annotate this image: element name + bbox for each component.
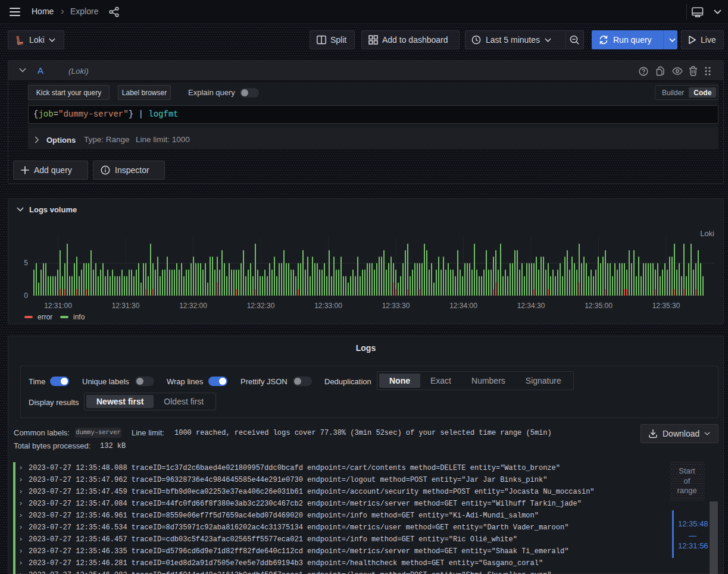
svg-text:0: 0 <box>24 291 28 300</box>
svg-text:12:32:00: 12:32:00 <box>179 302 207 310</box>
svg-text:12:35:00: 12:35:00 <box>585 302 613 310</box>
svg-text:12:35:30: 12:35:30 <box>652 302 680 310</box>
svg-text:12:31:00: 12:31:00 <box>44 302 72 310</box>
svg-text:12:33:00: 12:33:00 <box>314 302 342 310</box>
svg-text:12:33:30: 12:33:30 <box>382 302 410 310</box>
svg-text:12:34:30: 12:34:30 <box>517 302 545 310</box>
svg-text:12:34:00: 12:34:00 <box>449 302 477 310</box>
svg-text:12:32:30: 12:32:30 <box>247 302 275 310</box>
svg-text:12:31:30: 12:31:30 <box>112 302 140 310</box>
svg-text:5: 5 <box>24 259 28 267</box>
